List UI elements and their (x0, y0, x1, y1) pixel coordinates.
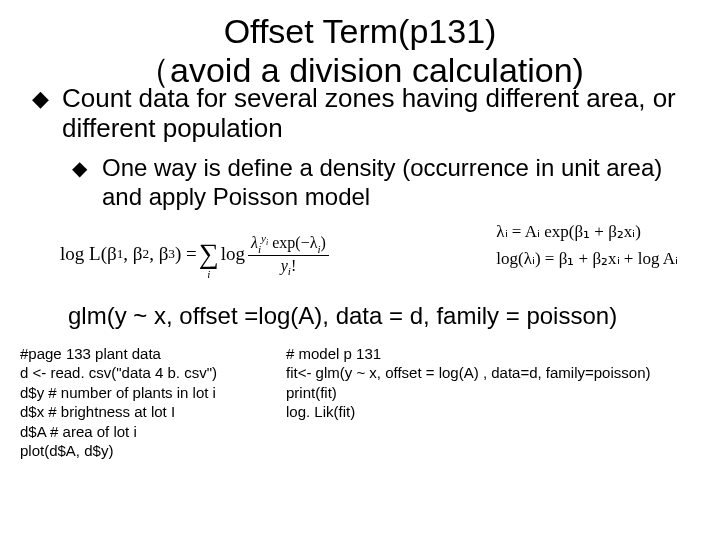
code-columns: #page 133 plant data d <- read. csv("dat… (0, 344, 720, 461)
code-left-column: #page 133 plant data d <- read. csv("dat… (20, 344, 280, 461)
bullet-level-2: One way is define a density (occurrence … (0, 154, 720, 212)
code-line: #page 133 plant data (20, 344, 280, 364)
glm-call-line: glm(y ~ x, offset =log(A), data = d, fam… (0, 302, 720, 330)
formula-r1: λᵢ = Aᵢ exp(β₁ + β₂xᵢ) (496, 218, 678, 245)
f-mid2: , β (149, 243, 168, 265)
bullet2-text: One way is define a density (occurrence … (102, 154, 662, 210)
code-line: # model p 131 (286, 344, 720, 364)
f-eq: ) = (175, 243, 197, 265)
formula-right: λᵢ = Aᵢ exp(β₁ + β₂xᵢ) log(λᵢ) = β₁ + β₂… (496, 218, 678, 272)
f-sub2: 2 (142, 246, 149, 262)
f-log: log (221, 243, 245, 265)
fraction: λiyi exp(−λi) yi! (248, 232, 329, 278)
f-prefix: log L(β (60, 243, 117, 265)
slide-title: Offset Term(p131) （avoid a division calc… (0, 0, 720, 90)
f-sub3: 3 (168, 246, 175, 262)
code-line: plot(d$A, d$y) (20, 441, 280, 461)
formula-area: log L(β1, β2, β3) = ∑i log λiyi exp(−λi)… (0, 218, 720, 298)
code-line: d$x # brightness at lot I (20, 402, 280, 422)
code-line: d <- read. csv("data 4 b. csv") (20, 363, 280, 383)
sigma-icon: ∑i (199, 238, 219, 270)
fn7: ) (321, 234, 326, 251)
code-line: log. Lik(fit) (286, 402, 720, 422)
bullet-level-1: Count data for several zones having diff… (0, 84, 720, 144)
f-mid1: , β (123, 243, 142, 265)
fn1: λ (251, 234, 258, 251)
code-line: d$A # area of lot i (20, 422, 280, 442)
frac-den: yi! (248, 256, 329, 277)
code-line: fit<- glm(y ~ x, offset = log(A) , data=… (286, 363, 720, 383)
fd1: y (281, 257, 288, 274)
fd3: ! (291, 257, 296, 274)
f-sub1: 1 (117, 246, 124, 262)
formula-left: log L(β1, β2, β3) = ∑i log λiyi exp(−λi)… (60, 232, 332, 278)
title-line-1: Offset Term(p131) (0, 12, 720, 51)
code-right-column: # model p 131 fit<- glm(y ~ x, offset = … (280, 344, 720, 461)
fn5: exp(−λ (268, 234, 317, 251)
code-line: print(fit) (286, 383, 720, 403)
code-line: d$y # number of plants in lot i (20, 383, 280, 403)
formula-r2: log(λᵢ) = β₁ + β₂xᵢ + log Aᵢ (496, 245, 678, 272)
bullet1-text: Count data for several zones having diff… (62, 83, 676, 143)
frac-num: λiyi exp(−λi) (248, 232, 329, 257)
